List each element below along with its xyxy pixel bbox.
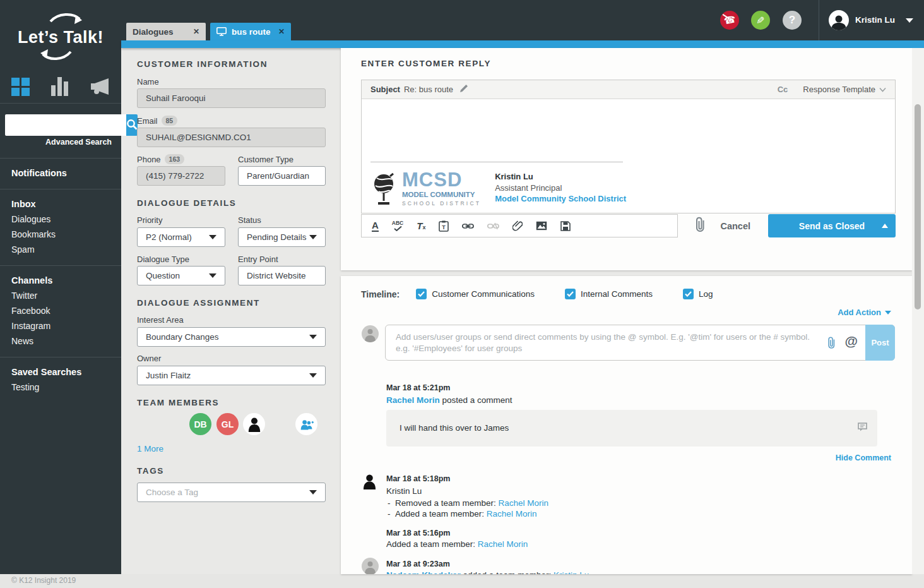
signature-org-link[interactable]: Model Community School District bbox=[495, 193, 626, 205]
owner-select[interactable]: Justin Flaitz bbox=[137, 366, 326, 385]
filter-customer-communications-checkbox[interactable] bbox=[416, 289, 427, 299]
entry-actor-link[interactable]: Nadeem Khedekar bbox=[386, 570, 461, 574]
tags-select[interactable]: Choose a Tag bbox=[137, 483, 326, 502]
save-icon[interactable] bbox=[560, 221, 571, 231]
edit-subject-icon[interactable] bbox=[459, 84, 468, 95]
editor-toolbar: A ABC Tx T bbox=[361, 214, 678, 237]
caret-down-icon bbox=[209, 235, 216, 239]
sidebar-item-facebook[interactable]: Facebook bbox=[0, 303, 121, 318]
entry-actor-link[interactable]: Rachel Morin bbox=[386, 395, 440, 405]
attach-file-icon[interactable] bbox=[694, 217, 706, 236]
entry-action-text: Added a team member: bbox=[395, 509, 484, 519]
add-action-button[interactable]: Add Action bbox=[838, 308, 891, 317]
missed-call-button[interactable]: ☎ bbox=[720, 11, 739, 30]
team-member-avatar[interactable] bbox=[243, 413, 265, 435]
user-avatar[interactable] bbox=[829, 10, 849, 30]
sidebar-item-saved-searches[interactable]: Saved Searches bbox=[0, 364, 121, 380]
message-body[interactable]: MCSD MODEL COMMUNITY SCHOOL DISTRICT Kri… bbox=[362, 99, 895, 213]
clear-formatting-icon[interactable]: Tx bbox=[417, 221, 425, 231]
image-icon[interactable] bbox=[536, 221, 547, 231]
close-icon[interactable]: ✕ bbox=[278, 27, 285, 36]
chevron-down-icon[interactable] bbox=[906, 18, 913, 23]
help-button[interactable]: ? bbox=[783, 11, 802, 30]
app-logo[interactable]: Let’s Talk! bbox=[0, 9, 121, 69]
sidebar-item-testing[interactable]: Testing bbox=[0, 380, 121, 395]
unlink-icon[interactable] bbox=[487, 222, 499, 231]
email-count-badge: 85 bbox=[162, 116, 178, 126]
attachment-icon[interactable] bbox=[512, 220, 523, 231]
signature-name: Kristin Lu bbox=[495, 171, 626, 183]
entry-timestamp: Mar 18 at 9:23am bbox=[386, 560, 450, 568]
caret-down-icon bbox=[209, 273, 216, 278]
close-icon[interactable]: ✕ bbox=[193, 27, 199, 36]
email-field[interactable]: SUHAIL@DESIGNMD.CO1 bbox=[137, 128, 326, 147]
phone-slash-icon: ☎ bbox=[723, 13, 737, 27]
bullet-dash: - bbox=[388, 509, 391, 519]
mention-at-icon[interactable]: @ bbox=[845, 333, 858, 349]
dialogue-type-select[interactable]: Question bbox=[137, 266, 225, 285]
font-color-icon[interactable]: A bbox=[372, 220, 379, 232]
scrollbar-thumb[interactable] bbox=[915, 104, 921, 309]
priority-select[interactable]: P2 (Normal) bbox=[137, 227, 225, 247]
phone-count-badge: 163 bbox=[165, 154, 185, 164]
scrollbar-track[interactable] bbox=[912, 48, 924, 574]
bullet-dash: - bbox=[388, 498, 391, 508]
check-icon bbox=[567, 291, 574, 297]
sidebar-nav: Notifications Inbox Dialogues Bookmarks … bbox=[0, 158, 121, 403]
add-team-member-button[interactable] bbox=[295, 413, 317, 435]
bar-chart-icon[interactable] bbox=[51, 77, 69, 99]
sidebar-item-instagram[interactable]: Instagram bbox=[0, 318, 121, 333]
name-field[interactable]: Suhail Farooqui bbox=[137, 88, 326, 108]
sidebar-item-inbox[interactable]: Inbox bbox=[0, 196, 121, 212]
sidebar-item-notifications[interactable]: Notifications bbox=[0, 165, 121, 181]
paste-as-text-icon[interactable]: T bbox=[439, 220, 449, 232]
person-icon bbox=[831, 14, 846, 30]
comment-input[interactable]: Add users/user groups or send direct com… bbox=[396, 332, 812, 354]
team-member-avatar[interactable]: DB bbox=[189, 413, 211, 435]
sidebar-item-twitter[interactable]: Twitter bbox=[0, 288, 121, 303]
entry-target-link[interactable]: Rachel Morin bbox=[478, 539, 528, 549]
sidebar-item-spam[interactable]: Spam bbox=[0, 242, 121, 257]
comment-icon[interactable] bbox=[858, 423, 867, 433]
status-select[interactable]: Pending Details bbox=[238, 227, 326, 247]
reply-editor: Subject Re: bus route Cc Response Templa… bbox=[361, 80, 896, 213]
entry-target-link[interactable]: Kristin Lu bbox=[554, 570, 589, 574]
hide-comment-link[interactable]: Hide Comment bbox=[836, 453, 891, 462]
status-label: Status bbox=[238, 215, 261, 225]
tab-bus-route[interactable]: bus route ✕ bbox=[210, 23, 291, 40]
subject-label: Subject bbox=[370, 85, 400, 94]
more-members-link[interactable]: 1 More bbox=[137, 444, 163, 453]
sidebar-item-dialogues[interactable]: Dialogues bbox=[0, 212, 121, 227]
team-member-avatar[interactable]: GL bbox=[216, 413, 239, 435]
entry-point-field[interactable]: District Website bbox=[238, 266, 326, 285]
response-template-select[interactable]: Response Template bbox=[803, 85, 886, 94]
spellcheck-icon[interactable]: ABC bbox=[392, 220, 403, 231]
svg-text:T: T bbox=[442, 224, 446, 230]
entry-actor-link[interactable]: Kristin Lu bbox=[386, 486, 422, 496]
compose-button[interactable]: ✎ bbox=[751, 11, 770, 30]
sidebar-item-news[interactable]: News bbox=[0, 333, 121, 349]
advanced-search-link[interactable]: Advanced Search bbox=[45, 138, 112, 147]
sidebar-item-bookmarks[interactable]: Bookmarks bbox=[0, 227, 121, 242]
entry-target-link[interactable]: Rachel Morin bbox=[487, 509, 537, 519]
cancel-button[interactable]: Cancel bbox=[720, 221, 750, 231]
phone-field[interactable]: (415) 779-2722 bbox=[137, 166, 225, 186]
send-as-closed-button[interactable]: Send as Closed bbox=[768, 214, 896, 237]
attachment-icon[interactable] bbox=[827, 335, 836, 352]
customer-type-field[interactable]: Parent/Guardian bbox=[238, 166, 326, 186]
sidebar-item-channels[interactable]: Channels bbox=[0, 273, 121, 288]
entry-target-link[interactable]: Rachel Morin bbox=[499, 498, 549, 508]
dashboard-grid-icon[interactable] bbox=[11, 78, 30, 99]
interest-area-select[interactable]: Boundary Changes bbox=[137, 327, 326, 347]
filter-internal-comments-label: Internal Comments bbox=[581, 289, 653, 299]
filter-log-checkbox[interactable] bbox=[683, 289, 694, 299]
filter-internal-comments-checkbox[interactable] bbox=[565, 289, 576, 299]
priority-label: Priority bbox=[137, 215, 162, 225]
megaphone-icon[interactable] bbox=[90, 78, 110, 99]
cc-button[interactable]: Cc bbox=[778, 85, 788, 94]
post-button[interactable]: Post bbox=[865, 325, 895, 361]
search-input[interactable] bbox=[5, 114, 126, 136]
tab-dialogues[interactable]: Dialogues ✕ bbox=[126, 23, 206, 40]
insert-link-icon[interactable] bbox=[462, 222, 474, 230]
timeline-panel: Timeline: Customer Communications Intern… bbox=[341, 276, 912, 574]
